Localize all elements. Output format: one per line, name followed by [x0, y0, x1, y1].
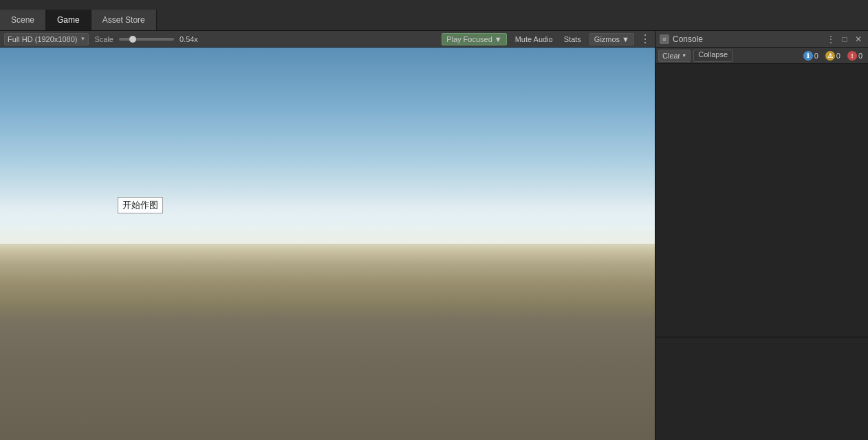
scale-slider-container	[119, 38, 174, 41]
clear-arrow-icon: ▼	[682, 53, 686, 58]
play-focused-label: Play Focused	[446, 35, 492, 43]
resolution-dropdown[interactable]: Full HD (1920x1080) ▼	[4, 33, 89, 45]
game-toolbar: Full HD (1920x1080) ▼ Scale 0.54x Play F…	[0, 31, 655, 48]
error-icon: !	[847, 51, 857, 61]
console-close-icon[interactable]: ✕	[853, 34, 864, 45]
info-badge[interactable]: ℹ 0	[801, 50, 821, 62]
scale-slider-thumb	[129, 36, 136, 43]
collapse-button[interactable]: Collapse	[693, 50, 733, 62]
error-count: 0	[858, 52, 862, 60]
warn-count: 0	[836, 52, 840, 60]
console-header-icons: ⋮ □ ✕	[825, 34, 864, 45]
scale-slider[interactable]	[119, 38, 174, 41]
info-count: 0	[814, 52, 818, 60]
gizmos-label: Gizmos	[594, 35, 620, 43]
console-header: ≡ Console ⋮ □ ✕	[655, 31, 868, 48]
warn-icon: ⚠	[825, 51, 835, 61]
tab-game[interactable]: Game	[46, 10, 91, 30]
scale-label: Scale	[94, 35, 113, 43]
clear-button[interactable]: Clear ▼	[658, 50, 691, 62]
scene-background: 开始作图	[0, 48, 655, 440]
info-icon: ℹ	[803, 51, 813, 61]
stats-button[interactable]: Stats	[561, 33, 584, 45]
scene-label: 开始作图	[118, 197, 163, 213]
collapse-label: Collapse	[698, 50, 728, 59]
console-toolbar: Clear ▼ Collapse ℹ 0 ⚠ 0 ! 0	[655, 48, 868, 64]
warn-badge[interactable]: ⚠ 0	[823, 50, 843, 62]
top-tabs-bar: Scene Game Asset Store	[0, 0, 868, 31]
gizmos-arrow-icon: ▼	[622, 35, 629, 43]
play-focused-button[interactable]: Play Focused ▼	[442, 33, 507, 45]
console-body[interactable]	[655, 64, 868, 337]
game-panel: Full HD (1920x1080) ▼ Scale 0.54x Play F…	[0, 31, 655, 440]
console-more-icon[interactable]: ⋮	[825, 34, 836, 45]
scale-value: 0.54x	[180, 35, 198, 43]
tab-asset-store[interactable]: Asset Store	[91, 10, 157, 30]
game-viewport: 开始作图	[0, 48, 655, 440]
resolution-arrow-icon: ▼	[80, 36, 86, 42]
main-area: Full HD (1920x1080) ▼ Scale 0.54x Play F…	[0, 31, 868, 440]
resolution-label: Full HD (1920x1080)	[8, 35, 78, 43]
console-expand-icon[interactable]: □	[839, 34, 850, 45]
console-detail-pane	[655, 337, 868, 440]
stats-label: Stats	[564, 35, 581, 43]
mute-audio-button[interactable]: Mute Audio	[512, 33, 556, 45]
play-focused-arrow-icon: ▼	[495, 35, 502, 43]
mute-audio-label: Mute Audio	[515, 35, 553, 43]
clear-label: Clear	[662, 52, 680, 60]
console-panel: ≡ Console ⋮ □ ✕ Clear ▼ Collapse ℹ 0	[655, 31, 868, 440]
gizmos-button[interactable]: Gizmos ▼	[589, 33, 634, 45]
horizon-haze	[0, 202, 655, 244]
console-title: Console	[673, 34, 825, 44]
count-badges: ℹ 0 ⚠ 0 ! 0	[801, 50, 865, 62]
more-options-icon[interactable]: ⋮	[640, 34, 651, 45]
console-icon: ≡	[660, 34, 669, 44]
error-badge[interactable]: ! 0	[845, 50, 865, 62]
tab-scene[interactable]: Scene	[0, 10, 46, 30]
